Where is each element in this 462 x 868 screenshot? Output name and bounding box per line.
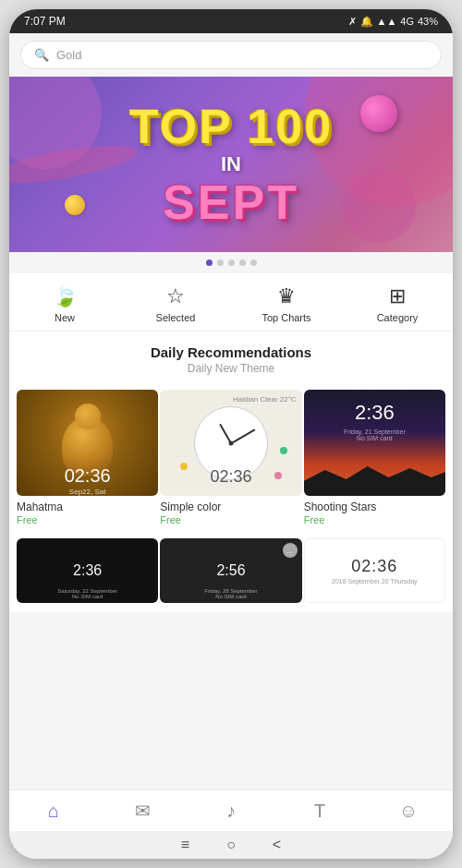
bottom-nav-emoji[interactable]: ☺ [364,796,453,826]
theme-preview-mahatma: 02:36 Sep22, Sat [17,390,158,496]
theme-name-mahatma: Mahatma [17,500,158,513]
mini-black-date: Saturday, 22 SeptemberNo SIM card [17,588,158,599]
mini-theme-dark[interactable]: 2:56 ... Friday, 28 SeptemberNo SIM card [160,538,301,603]
section-subtitle: Daily New Theme [24,362,438,375]
shooting-time: 2:36 [304,401,445,425]
back-button[interactable]: < [273,837,281,853]
mahatma-head [75,404,101,429]
banner-sphere-yellow [65,195,85,215]
text-icon: T [314,801,325,822]
mountain-silhouette [304,459,445,496]
simple-time: 02:36 [160,467,301,487]
search-input-container[interactable]: 🔍 Gold [20,41,442,69]
theme-preview-shooting: 2:36 Friday, 21 SeptemberNo SIM card [304,390,445,496]
system-bar: ≡ ○ < [9,831,453,859]
search-bar: 🔍 Gold [9,33,453,77]
theme-price-simple: Free [160,514,301,525]
theme-price-shooting: Free [304,514,445,525]
tab-new-label: New [55,312,75,323]
bottom-nav-music[interactable]: ♪ [187,796,275,826]
dot-4[interactable] [239,259,246,266]
vibrate-icon: 🔔 [360,16,373,28]
home-icon: ⌂ [48,801,59,822]
theme-price-mahatma: Free [17,514,158,525]
mini-theme-black[interactable]: 2:36 Saturday, 22 SeptemberNo SIM card [17,538,158,603]
theme-card-mahatma[interactable]: 02:36 Sep22, Sat Mahatma Free [17,390,158,525]
theme-preview-simple: Haidian Clear 22°C 02:36 [160,390,301,496]
new-icon: 🍃 [53,284,78,308]
tab-selected-label: Selected [156,312,196,323]
tab-top-charts[interactable]: ♛ Top Charts [231,281,342,327]
dot-1[interactable] [206,259,213,266]
themes-grid: 02:36 Sep22, Sat Mahatma Free Haidian Cl… [9,380,453,535]
emoji-icon: ☺ [399,801,418,822]
tab-new[interactable]: 🍃 New [9,281,120,327]
tab-category-label: Category [377,312,419,323]
dot-5[interactable] [250,259,257,266]
clock-hand-minute [231,428,256,443]
mini-dark-date: Friday, 28 SeptemberNo SIM card [160,588,301,599]
network-icon: 4G [400,16,414,27]
simple-weather: Haidian Clear 22°C [233,395,297,404]
menu-button[interactable]: ≡ [181,837,189,853]
main-content: Daily Recommendations Daily New Theme 02… [9,332,453,790]
mini-theme-white[interactable]: 02:36 2018 September 20 Thursday [304,538,445,603]
banner-dots [9,252,453,273]
bottom-nav-home[interactable]: ⌂ [9,796,98,826]
section-header: Daily Recommendations Daily New Theme [9,332,453,380]
tab-top-charts-label: Top Charts [261,312,310,323]
tab-selected[interactable]: ☆ Selected [120,281,231,327]
banner-line3: SEPT [129,178,333,226]
inbox-icon: ✉ [135,800,151,822]
battery-icon: 43% [418,16,438,27]
clock-center-dot [228,440,233,445]
signal-icon: ▲▲ [377,16,397,27]
banner-line1: TOP 100 [129,102,333,151]
banner-sphere-pink [360,95,397,132]
banner-line2: IN [129,152,333,176]
mini-white-time: 02:36 [351,557,397,576]
mahatma-time: 02:36 [17,465,158,487]
bottom-nav-text[interactable]: T [275,796,364,826]
nav-tabs: 🍃 New ☆ Selected ♛ Top Charts ⊞ Category [9,273,453,332]
mini-black-time: 2:36 [73,562,102,579]
banner: TOP 100 IN SEPT [9,77,453,252]
music-icon: ♪ [226,801,236,822]
search-icon: 🔍 [34,48,49,62]
bottom-nav: ⌂ ✉ ♪ T ☺ [9,790,453,831]
status-icons: ✗ 🔔 ▲▲ 4G 43% [348,16,439,28]
top-charts-icon: ♛ [277,284,296,308]
category-icon: ⊞ [389,284,406,308]
bluetooth-icon: ✗ [348,16,357,28]
decor-dot-green [280,447,287,454]
theme-card-shooting[interactable]: 2:36 Friday, 21 SeptemberNo SIM card Sho… [304,390,445,525]
status-bar: 7:07 PM ✗ 🔔 ▲▲ 4G 43% [9,9,453,33]
bottom-nav-inbox[interactable]: ✉ [98,796,187,826]
tab-category[interactable]: ⊞ Category [342,281,453,327]
mini-white-date: 2018 September 20 Thursday [332,578,418,585]
status-time: 7:07 PM [24,15,66,28]
dot-3[interactable] [228,259,235,266]
theme-name-shooting: Shooting Stars [304,500,445,513]
theme-card-simple[interactable]: Haidian Clear 22°C 02:36 Simple color Fr… [160,390,301,525]
shooting-info: Friday, 21 SeptemberNo SIM card [304,428,445,441]
selected-icon: ☆ [166,284,185,308]
mahatma-date: Sep22, Sat [17,488,158,496]
dot-2[interactable] [217,259,224,266]
banner-text: TOP 100 IN SEPT [129,102,333,226]
mini-dark-time: 2:56 [216,562,245,579]
home-button[interactable]: ○ [226,837,236,853]
search-text: Gold [56,48,81,62]
mini-dark-badge: ... [283,543,298,558]
section-title: Daily Recommendations [24,344,438,360]
themes-row2: 2:36 Saturday, 22 SeptemberNo SIM card 2… [9,535,453,612]
theme-name-simple: Simple color [160,500,301,513]
phone-container: 7:07 PM ✗ 🔔 ▲▲ 4G 43% 🔍 Gold TOP 100 IN … [9,9,453,859]
